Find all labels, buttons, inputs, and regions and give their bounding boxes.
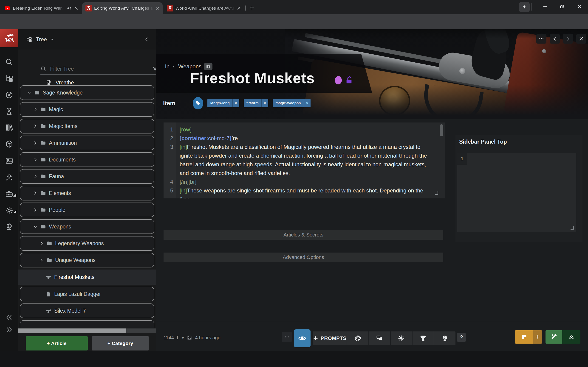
publish-main[interactable] [545,330,562,344]
tree-item-sage-knowledge[interactable]: Sage Knowledge [20,85,154,100]
tree-item-magic-items[interactable]: Magic Items [20,119,154,133]
filter-funnel-icon[interactable] [152,66,156,72]
close-editor-button[interactable] [576,34,586,44]
publish-button[interactable] [545,330,580,344]
tree-item-fireshot-muskets[interactable]: Fireshot Muskets [18,269,156,285]
article-more-options-button[interactable] [536,34,546,44]
prompts-button[interactable]: PROMPTS [313,332,346,345]
editor-line[interactable]: 3[in]Fireshot Muskets are a classificati… [164,143,445,177]
articles-secrets-section[interactable]: Articles & Secrets [164,230,443,240]
tree-item-people[interactable]: People [20,202,154,217]
world-root-item[interactable]: Vreathe [45,79,74,86]
tag-length-long[interactable]: length-long× [208,99,239,107]
preview-button[interactable] [294,329,311,347]
tag-magic-weapon[interactable]: magic-weapon× [273,99,311,107]
tree-item-silex-model-7[interactable]: Silex Model 7 [20,303,154,318]
chevron-right-icon[interactable] [33,107,38,112]
editor-line[interactable]: 4[/in][br] [164,177,445,186]
chevron-right-icon[interactable] [33,140,38,145]
chevron-right-icon[interactable] [39,241,44,246]
chevron-right-icon[interactable] [33,174,38,179]
chevron-down-icon[interactable] [33,224,38,229]
tab-search-sparkle-button[interactable] [519,2,530,12]
chevron-right-icon[interactable] [33,124,38,129]
worldanvil-logo[interactable]: WA [0,29,19,47]
next-article-button[interactable] [563,34,573,44]
tree-filter-input[interactable] [50,66,152,72]
tab-close-button[interactable] [74,6,78,10]
advanced-options-section[interactable]: Advanced Options [164,252,443,262]
tree-item-elements[interactable]: Elements [20,186,154,200]
breadcrumb-category[interactable]: Weapons [178,63,201,70]
chevron-right-icon[interactable] [33,191,38,196]
rail-item-objects[interactable] [5,140,14,149]
tag-firearm[interactable]: firearm× [244,99,268,107]
collapse-panel-button[interactable] [144,36,150,42]
rail-item-search[interactable] [5,57,14,67]
tree-horizontal-scrollbar[interactable] [18,328,156,333]
article-title[interactable]: Fireshot Muskets [190,70,315,87]
browser-tab[interactable]: Breaking Elden Ring With Th [1,2,81,14]
resize-corner-icon[interactable] [571,226,574,230]
sidebar-panel-editor[interactable]: 1 [457,153,576,232]
breadcrumb-root[interactable]: In [165,63,170,70]
rail-item-toolbox[interactable] [5,189,14,198]
browser-tab[interactable]: Editing World Anvil Changes are [82,2,163,14]
rail-item-tree-view[interactable] [5,74,14,83]
tree-item-lapis-lazuli-dagger[interactable]: Lapis Lazuli Dagger [20,287,154,301]
add-category-button[interactable]: + Category [92,336,149,350]
rail-item-world-globe[interactable] [5,222,14,232]
tree-item-partial[interactable] [20,320,154,327]
tree-item-weapons[interactable]: Weapons [20,219,154,234]
publish-expand-button[interactable] [562,330,580,344]
rail-item-compass[interactable] [5,90,14,100]
publication-status-dot[interactable] [335,76,342,84]
tab-close-button[interactable] [237,6,241,10]
move-to-category-button[interactable] [204,63,212,70]
browser-tab[interactable]: World Anvil Changes are Awful [164,2,244,14]
tab-audio-icon[interactable] [67,6,72,11]
rail-item-characters[interactable] [5,173,14,182]
previous-article-button[interactable] [550,34,560,44]
notes-button[interactable] [515,330,542,344]
remove-tag-button[interactable]: × [304,99,311,107]
expand-all-button[interactable] [5,325,14,334]
close-window-button[interactable] [574,1,585,12]
tree-mode-dropdown[interactable] [50,37,54,42]
tree-item-fauna[interactable]: Fauna [20,169,154,184]
world-view-button[interactable] [434,332,456,345]
tree-item-unique-weapons[interactable]: Unique Weapons [20,253,154,267]
tree-item-magic[interactable]: Magic [20,102,154,117]
design-button[interactable] [346,332,368,345]
competition-button[interactable] [412,332,434,345]
vignette-code-editor[interactable]: 1[row]2[container:col-md-7][re3[in]Fires… [164,123,445,198]
restore-button[interactable] [557,1,567,12]
tree-item-documents[interactable]: Documents [20,152,154,167]
rail-item-timeline[interactable] [5,107,14,116]
new-tab-button[interactable] [248,3,256,12]
more-tools-button[interactable] [282,332,292,342]
editor-line[interactable]: 5[in]These weapons are single-shot firea… [164,186,445,198]
notes-main[interactable] [515,330,533,344]
add-note-button[interactable] [533,330,542,344]
help-button[interactable]: ? [457,333,466,342]
minimize-button[interactable] [540,1,550,12]
scrollbar-thumb[interactable] [18,328,126,333]
remove-tag-button[interactable]: × [233,99,239,107]
rail-item-settings[interactable] [5,206,14,215]
add-article-button[interactable]: + Article [26,336,88,350]
tree-item-legendary-weapons[interactable]: Legendary Weapons [20,236,154,251]
remove-tag-button[interactable]: × [261,99,268,107]
tab-close-button[interactable] [155,6,160,10]
editor-scrollbar-thumb[interactable] [440,124,443,136]
tags-button[interactable] [193,97,203,109]
privacy-lock-button[interactable] [345,75,354,85]
chevron-down-icon[interactable] [27,90,32,95]
comments-button[interactable] [368,332,390,345]
rail-item-images[interactable] [5,156,14,165]
article-settings-button[interactable] [390,332,412,345]
tree-item-ammunition[interactable]: Ammunition [20,135,154,150]
editor-line[interactable]: 2[container:col-md-7][re [164,134,445,143]
chevron-right-icon[interactable] [33,157,38,162]
chevron-right-icon[interactable] [39,258,44,263]
